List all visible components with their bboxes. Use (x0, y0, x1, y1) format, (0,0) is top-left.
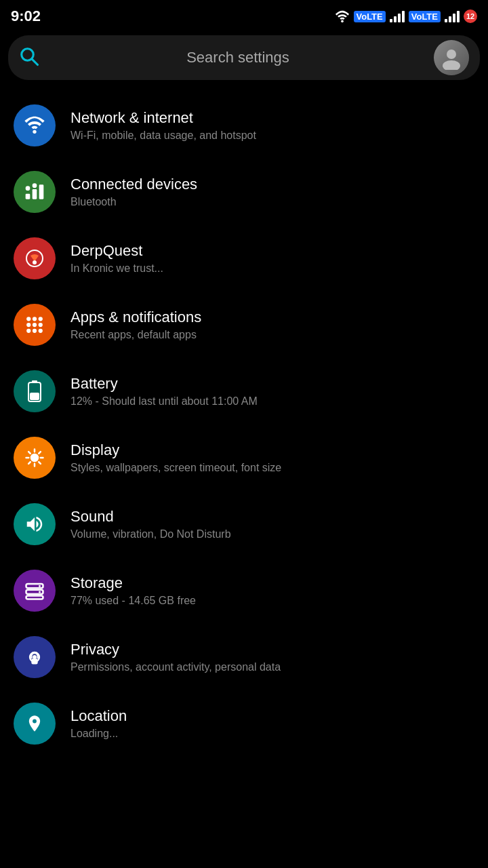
settings-title-connected-devices: Connected devices (70, 176, 197, 193)
settings-title-network: Network & internet (70, 109, 256, 127)
svg-point-29 (39, 585, 41, 587)
settings-item-connected-devices[interactable]: Connected devices Bluetooth (0, 159, 488, 225)
svg-rect-7 (33, 189, 37, 199)
settings-subtitle-display: Styles, wallpapers, screen timeout, font… (70, 462, 281, 474)
volte2-badge: VoLTE (409, 11, 441, 22)
settings-item-sound[interactable]: Sound Volume, vibration, Do Not Disturb (0, 491, 488, 557)
settings-subtitle-location: Loading... (70, 728, 127, 740)
svg-rect-33 (31, 658, 37, 664)
svg-point-20 (33, 329, 37, 333)
status-bar: 9:02 VoLTE VoLTE 12 (0, 0, 488, 30)
settings-item-network[interactable]: Network & internet Wi-Fi, mobile, data u… (0, 92, 488, 159)
svg-point-10 (33, 183, 37, 188)
settings-item-location[interactable]: Location Loading... (0, 690, 488, 757)
signal-bars-1 (390, 10, 405, 22)
svg-point-16 (26, 323, 30, 327)
settings-list: Network & internet Wi-Fi, mobile, data u… (0, 85, 488, 764)
settings-title-apps: Apps & notifications (70, 309, 201, 326)
svg-point-0 (341, 20, 344, 23)
settings-text-network: Network & internet Wi-Fi, mobile, data u… (70, 109, 256, 142)
svg-point-14 (33, 317, 37, 321)
wifi-status-icon (335, 10, 350, 22)
settings-item-battery[interactable]: Battery 12% - Should last until about 11… (0, 358, 488, 425)
svg-point-3 (447, 50, 456, 59)
search-placeholder: Search settings (47, 49, 428, 66)
settings-text-derpquest: DerpQuest In Kronic we trust... (70, 242, 163, 275)
svg-point-19 (26, 329, 30, 333)
settings-icon-storage (14, 570, 56, 612)
svg-point-12 (33, 260, 37, 264)
svg-point-5 (33, 130, 36, 134)
settings-subtitle-connected-devices: Bluetooth (70, 196, 197, 208)
settings-title-storage: Storage (70, 574, 196, 592)
settings-text-storage: Storage 77% used - 14.65 GB free (70, 574, 196, 607)
svg-point-21 (39, 329, 43, 333)
svg-rect-8 (39, 184, 44, 199)
settings-text-sound: Sound Volume, vibration, Do Not Disturb (70, 508, 231, 540)
svg-point-34 (33, 719, 37, 724)
avatar[interactable] (434, 40, 469, 75)
settings-icon-display (14, 437, 56, 479)
settings-icon-location (14, 703, 56, 745)
settings-item-apps[interactable]: Apps & notifications Recent apps, defaul… (0, 292, 488, 358)
svg-rect-24 (30, 393, 39, 400)
settings-title-display: Display (70, 441, 281, 459)
settings-title-battery: Battery (70, 375, 258, 393)
settings-text-battery: Battery 12% - Should last until about 11… (70, 375, 258, 408)
settings-icon-battery (14, 370, 56, 412)
settings-icon-sound (14, 503, 56, 545)
status-time: 9:02 (11, 7, 41, 25)
battery-badge: 12 (464, 9, 477, 23)
search-icon (19, 46, 39, 69)
svg-point-13 (26, 317, 30, 321)
svg-rect-6 (26, 194, 30, 199)
settings-subtitle-network: Wi-Fi, mobile, data usage, and hotspot (70, 130, 256, 142)
settings-item-privacy[interactable]: Privacy Permissions, account activity, p… (0, 624, 488, 690)
settings-icon-network (14, 104, 56, 146)
settings-subtitle-sound: Volume, vibration, Do Not Disturb (70, 528, 231, 540)
svg-rect-28 (26, 596, 43, 599)
signal-bars-2 (445, 10, 460, 22)
settings-icon-derpquest (14, 237, 56, 279)
settings-subtitle-privacy: Permissions, account activity, personal … (70, 661, 281, 673)
settings-subtitle-storage: 77% used - 14.65 GB free (70, 595, 196, 607)
settings-title-derpquest: DerpQuest (70, 242, 163, 260)
settings-icon-connected-devices (14, 171, 56, 213)
settings-text-apps: Apps & notifications Recent apps, defaul… (70, 309, 201, 341)
settings-item-derpquest[interactable]: DerpQuest In Kronic we trust... (0, 225, 488, 292)
svg-point-25 (30, 454, 39, 462)
svg-point-30 (39, 591, 41, 593)
settings-icon-apps (14, 304, 56, 346)
settings-text-display: Display Styles, wallpapers, screen timeo… (70, 441, 281, 474)
settings-title-sound: Sound (70, 508, 231, 526)
settings-item-display[interactable]: Display Styles, wallpapers, screen timeo… (0, 425, 488, 491)
settings-subtitle-derpquest: In Kronic we trust... (70, 262, 163, 275)
settings-title-privacy: Privacy (70, 641, 281, 658)
svg-point-18 (39, 323, 43, 327)
status-icons: VoLTE VoLTE 12 (335, 9, 478, 23)
settings-text-location: Location Loading... (70, 707, 127, 740)
svg-point-17 (33, 323, 37, 327)
svg-line-2 (32, 59, 37, 64)
settings-icon-privacy (14, 636, 56, 678)
svg-point-32 (33, 655, 37, 659)
settings-subtitle-battery: 12% - Should last until about 11:00 AM (70, 395, 258, 408)
volte1-badge: VoLTE (354, 11, 386, 22)
settings-text-privacy: Privacy Permissions, account activity, p… (70, 641, 281, 673)
svg-point-9 (26, 186, 30, 191)
svg-point-4 (443, 60, 460, 70)
settings-title-location: Location (70, 707, 127, 725)
settings-subtitle-apps: Recent apps, default apps (70, 329, 201, 341)
settings-text-connected-devices: Connected devices Bluetooth (70, 176, 197, 208)
search-bar[interactable]: Search settings (8, 35, 480, 80)
svg-point-15 (39, 317, 43, 321)
settings-item-storage[interactable]: Storage 77% used - 14.65 GB free (0, 557, 488, 624)
